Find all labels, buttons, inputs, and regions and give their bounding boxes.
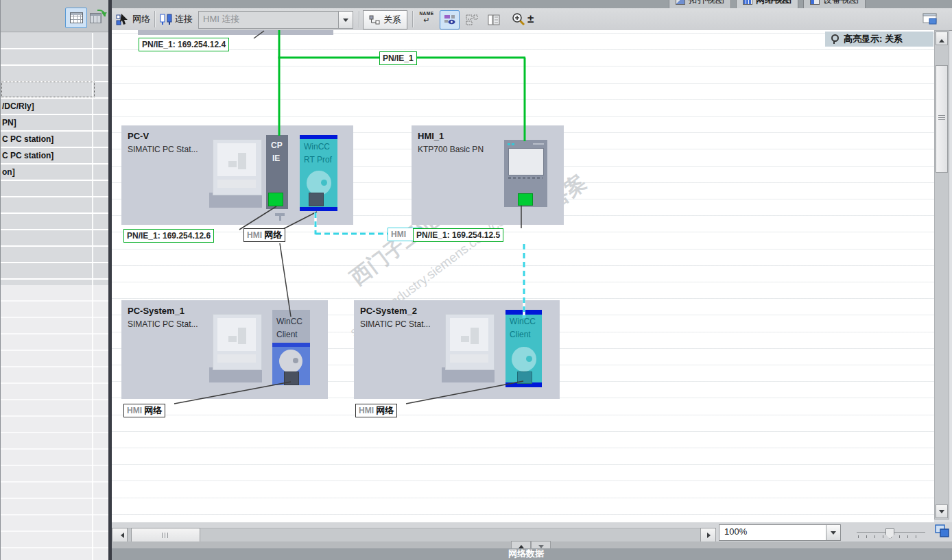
network-data-tab[interactable]: 网络数据 [508, 548, 544, 560]
subnet-address-label[interactable]: PN/IE_1: 169.254.12.6 [123, 229, 214, 243]
selection-bar [300, 207, 337, 211]
device-pcs1[interactable]: PC-System_1 SIMATIC PC Stat... WinCC Cli… [121, 300, 328, 399]
horizontal-scroll-thumb[interactable] [131, 528, 200, 543]
pin-icon [831, 34, 839, 42]
scroll-down-button[interactable] [936, 504, 948, 518]
module-label: WinCC [276, 317, 302, 326]
device-name: PC-System_2 [360, 306, 417, 316]
return-arrow-icon: ↵ [416, 16, 437, 23]
network-mode-icon[interactable] [116, 12, 130, 26]
subnet-address-label[interactable]: PN/IE_1: 169.254.12.4 [139, 38, 229, 51]
chevron-left-icon [118, 533, 124, 538]
tab-label: 网络视图 [756, 0, 792, 6]
save-window-settings-icon[interactable] [923, 13, 937, 25]
show-station-names-button[interactable]: NAME ↵ [416, 11, 437, 27]
chevron-down-icon [939, 510, 944, 516]
software-disc-icon [279, 350, 302, 373]
device-hmi1[interactable]: HMI_1 KTP700 Basic PN [412, 125, 564, 225]
page-breaks-icon [488, 14, 500, 25]
horizontal-scrollbar[interactable] [112, 528, 716, 543]
device-pcs2[interactable]: PC-System_2 SIMATIC PC Stat... WinCC Cli… [354, 300, 560, 399]
connections-mode-icon[interactable] [159, 12, 173, 26]
module-wincc-client[interactable]: WinCC Client [272, 310, 310, 385]
relations-label: 关系 [383, 14, 401, 26]
export-table-button[interactable] [89, 9, 106, 26]
scroll-up-button[interactable] [936, 32, 948, 45]
highlight-relations-banner[interactable]: 高亮显示: 关系 [825, 32, 933, 47]
network-mode-label[interactable]: 网络 [132, 8, 150, 30]
zoom-in-icon[interactable] [511, 12, 526, 27]
module-label: CP [271, 141, 283, 150]
device-name: PC-System_1 [128, 306, 185, 316]
device-type: SIMATIC PC Stat... [128, 319, 198, 329]
connection-type-value: HMI 连接 [199, 12, 338, 28]
pc-station-image [442, 314, 497, 384]
table-row[interactable]: /DC/Rly] [2, 99, 34, 114]
module-wincc-rt-prof[interactable]: WinCC RT Prof [300, 135, 337, 211]
show-page-breaks-button[interactable] [484, 10, 503, 29]
scroll-right-button[interactable] [700, 528, 716, 543]
vertical-scrollbar[interactable] [934, 30, 949, 520]
label-suffix: 网络 [144, 405, 162, 415]
show-colored-relations-button[interactable] [440, 10, 460, 29]
fit-to-view-button[interactable] [934, 523, 951, 539]
column-separator [92, 33, 93, 560]
network-view-icon [743, 0, 752, 5]
software-disc-icon [512, 347, 536, 372]
relations-button[interactable]: 关系 [363, 10, 407, 29]
software-port[interactable] [517, 372, 532, 384]
subnet-name-label[interactable]: PN/IE_1 [379, 51, 417, 65]
table-row[interactable]: C PC station] [2, 132, 53, 147]
export-arrow-icon [97, 10, 106, 16]
subnet-address-label[interactable]: PN/IE_1: 169.254.12.5 [413, 228, 503, 242]
module-label: Client [276, 330, 298, 339]
device-type: SIMATIC PC Stat... [128, 145, 198, 154]
network-canvas[interactable]: 西门子工业 support.industry.siemens.com/cs 找答… [112, 30, 934, 522]
zoom-dropdown-button[interactable] [826, 525, 840, 540]
selected-row-outline[interactable] [1, 82, 95, 97]
canvas-gridlines [112, 30, 934, 522]
module-label: IE [272, 154, 280, 163]
tab-network-view[interactable]: 网络视图 [736, 0, 798, 8]
relations-icon [369, 15, 380, 25]
zoom-step-icon[interactable]: ± [527, 11, 534, 27]
show-grid-button[interactable] [462, 10, 481, 29]
ethernet-port-green[interactable] [268, 193, 283, 206]
selection-bar [300, 135, 337, 139]
device-overview-table: /DC/Rly] PN] C PC station] C PC station]… [1, 31, 109, 560]
label-prefix: HMI [127, 406, 142, 415]
table-icon [70, 12, 83, 23]
zoom-level-combobox[interactable]: 100% [719, 524, 841, 541]
table-row[interactable]: PN] [2, 115, 16, 130]
device-type: SIMATIC PC Stat... [360, 319, 430, 329]
scroll-left-button[interactable] [112, 528, 128, 543]
hmi-network-label[interactable]: HMI 网络 [355, 404, 397, 417]
connection-type-combobox[interactable]: HMI 连接 [198, 11, 353, 29]
vertical-scroll-thumb[interactable] [936, 65, 948, 173]
tab-device-view[interactable]: 设备视图 [803, 0, 866, 8]
pc-station-image [209, 139, 264, 209]
ethernet-port-green[interactable] [518, 193, 533, 206]
table-row[interactable]: C PC station] [2, 148, 53, 163]
combobox-dropdown-button[interactable] [338, 12, 353, 28]
software-port[interactable] [284, 372, 299, 385]
module-cp-ie[interactable]: CP IE [266, 135, 288, 209]
hmi-network-label[interactable]: HMI 网络 [243, 228, 285, 242]
hmi-network-label[interactable]: HMI 网络 [123, 404, 165, 417]
canvas-status-row: 100% [112, 522, 952, 541]
zoom-slider[interactable] [857, 528, 925, 538]
module-label: WinCC [510, 317, 536, 326]
device-cutoff-top[interactable] [138, 30, 333, 35]
connections-mode-label[interactable]: 连接 [175, 8, 193, 30]
table-row[interactable]: on] [2, 165, 15, 180]
table-view-button[interactable] [65, 8, 87, 28]
label-prefix: HMI [359, 406, 374, 415]
tab-topology-view[interactable]: 拓扑视图 [669, 0, 731, 8]
device-pcv[interactable]: PC-V SIMATIC PC Stat... CP IE WinCC RT P… [121, 125, 353, 225]
software-port[interactable] [309, 193, 324, 206]
device-name: HMI_1 [418, 131, 444, 141]
device-type: KTP700 Basic PN [418, 145, 484, 154]
module-wincc-client-selected[interactable]: WinCC Client [505, 310, 542, 387]
module-accent-bar [272, 343, 310, 347]
label-suffix: 网络 [376, 405, 394, 415]
